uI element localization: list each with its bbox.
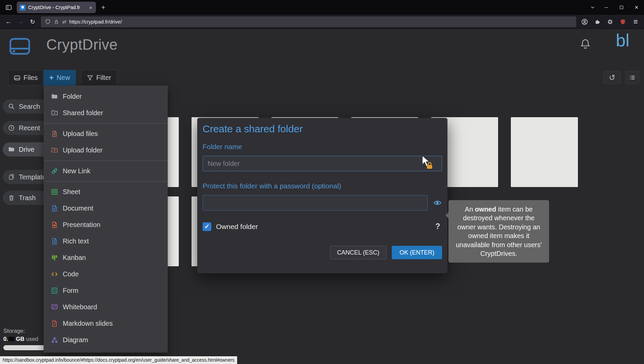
url-bar[interactable]: ⇄ https://cryptpad.fr/drive/	[41, 16, 576, 27]
status-bar-link: https://sandbox.cryptpad.info/bounce/#ht…	[0, 356, 237, 364]
window-close-button[interactable]: ×	[629, 0, 644, 15]
owned-folder-label[interactable]: Owned folder	[216, 223, 258, 231]
cryptdrive-logo-icon	[9, 38, 30, 56]
file-tile[interactable]	[511, 117, 578, 187]
history-button[interactable]: ↺	[604, 71, 621, 84]
shared-folder-icon	[50, 109, 58, 117]
menu-item-diagram[interactable]: Diagram	[44, 332, 168, 348]
show-password-eye-icon[interactable]	[433, 198, 442, 207]
gray-extension-icon[interactable]	[604, 16, 616, 27]
slides-icon	[50, 320, 58, 327]
notifications-bell-icon[interactable]	[580, 38, 591, 51]
ok-button[interactable]: OK (ENTER)	[392, 246, 442, 259]
menu-item-label: New Link	[63, 167, 90, 175]
dialog-buttons: CANCEL (ESC) OK (ENTER)	[203, 246, 442, 259]
menu-item-label: Shared folder	[63, 109, 103, 117]
ublock-shield-icon[interactable]	[617, 16, 629, 27]
menu-hamburger-icon[interactable]: ≡	[630, 16, 641, 27]
navbar-right-icons: ≡	[579, 16, 641, 27]
menu-item-label: Folder	[63, 93, 82, 100]
password-input[interactable]	[203, 195, 428, 211]
menu-item-label: Sheet	[63, 188, 80, 196]
menu-item-whiteboard[interactable]: Whiteboard	[44, 299, 168, 315]
window-maximize-button[interactable]	[614, 0, 629, 15]
password-label: Protect this folder with a password (opt…	[203, 182, 442, 190]
tooltip-arrow	[445, 212, 448, 218]
sheet-icon	[50, 188, 58, 195]
menu-item-shared-folder[interactable]: Shared folder	[44, 105, 168, 121]
owned-folder-row: ✓ Owned folder ?	[203, 222, 442, 231]
upload-file-icon	[50, 130, 58, 137]
extensions-puzzle-icon[interactable]	[592, 16, 603, 27]
list-view-icon	[629, 74, 636, 81]
menu-item-presentation[interactable]: Presentation	[44, 217, 168, 233]
url-text: https://cryptpad.fr/drive/	[69, 19, 122, 25]
reload-button[interactable]: ↻	[27, 16, 38, 27]
folder-name-input[interactable]	[203, 156, 442, 171]
menu-item-rich-text[interactable]: Rich text	[44, 233, 168, 249]
menu-item-label: Kanban	[63, 254, 86, 262]
tooltip-text-before: An	[465, 206, 475, 213]
menu-item-label: Upload files	[63, 130, 98, 138]
funnel-icon	[87, 75, 93, 81]
permissions-icon[interactable]: ⇄	[62, 19, 66, 25]
menu-separator	[44, 181, 168, 182]
lock-icon[interactable]	[54, 19, 59, 25]
menu-item-markdown-slides[interactable]: Markdown slides	[44, 315, 168, 332]
new-tab-button[interactable]: +	[98, 2, 109, 13]
new-menu-dropdown: Folder Shared folder Upload files Upload…	[44, 86, 168, 353]
kanban-icon	[50, 254, 58, 261]
tab-list-chevron-icon[interactable]	[587, 2, 599, 13]
menu-item-kanban[interactable]: Kanban	[44, 249, 168, 266]
files-button-label: Files	[23, 74, 38, 82]
menu-item-code[interactable]: Code	[44, 266, 168, 282]
menu-item-document[interactable]: Document	[44, 200, 168, 217]
files-button[interactable]: Files	[8, 70, 43, 86]
menu-item-upload-folder[interactable]: Upload folder	[44, 142, 168, 158]
link-icon	[50, 168, 58, 175]
filter-button-label: Filter	[96, 74, 111, 82]
presentation-icon	[50, 221, 58, 228]
menu-item-form[interactable]: Form	[44, 282, 168, 299]
menu-item-label: Presentation	[63, 221, 100, 229]
whiteboard-icon	[50, 304, 58, 311]
list-view-button[interactable]	[625, 71, 639, 84]
document-icon	[50, 205, 58, 212]
menu-item-label: Code	[63, 270, 79, 278]
window-minimize-button[interactable]	[599, 0, 614, 15]
search-icon	[8, 103, 15, 110]
sidebar-item-label: Recent	[19, 124, 40, 132]
tab-close-icon[interactable]: ×	[89, 5, 93, 10]
filter-button[interactable]: Filter	[81, 70, 117, 86]
redacted-value	[8, 337, 14, 341]
browser-window: CryptDrive - CryptPad.fr × + × ← → ↻ ⇄ h…	[0, 0, 644, 364]
menu-item-label: Diagram	[63, 336, 88, 344]
new-button[interactable]: + New	[44, 70, 76, 86]
new-button-label: New	[57, 74, 70, 82]
menu-item-upload-files[interactable]: Upload files	[44, 126, 168, 142]
user-avatar-initials[interactable]: bl	[616, 30, 629, 50]
firefox-view-icon[interactable]	[2, 2, 15, 13]
account-icon[interactable]	[579, 16, 590, 27]
cancel-button[interactable]: CANCEL (ESC)	[330, 246, 386, 259]
code-icon	[50, 271, 58, 278]
forward-button[interactable]: →	[15, 16, 26, 27]
menu-item-sheet[interactable]: Sheet	[44, 184, 168, 200]
upload-folder-icon	[50, 147, 58, 154]
menu-item-label: Whiteboard	[63, 303, 97, 311]
menu-item-new-link[interactable]: New Link	[44, 163, 168, 179]
tab-favicon	[20, 5, 25, 10]
help-question-icon[interactable]: ?	[435, 222, 442, 231]
tooltip-text-after: item can be destroyed whenever the owner…	[456, 206, 542, 257]
folder-icon	[8, 146, 15, 153]
owned-folder-checkbox[interactable]: ✓	[203, 222, 211, 231]
password-row	[203, 195, 442, 211]
tracking-shield-icon[interactable]	[45, 19, 51, 25]
cryptdrive-page: CryptDrive bl Files + New Filter ↺	[0, 29, 644, 364]
back-button[interactable]: ←	[3, 16, 14, 27]
tab-title: CryptDrive - CryptPad.fr	[28, 5, 86, 10]
tooltip-text-bold: owned	[475, 206, 496, 213]
browser-tab[interactable]: CryptDrive - CryptPad.fr ×	[17, 2, 96, 13]
menu-item-folder[interactable]: Folder	[44, 88, 168, 105]
sidebar-item-label: Drive	[19, 146, 35, 153]
